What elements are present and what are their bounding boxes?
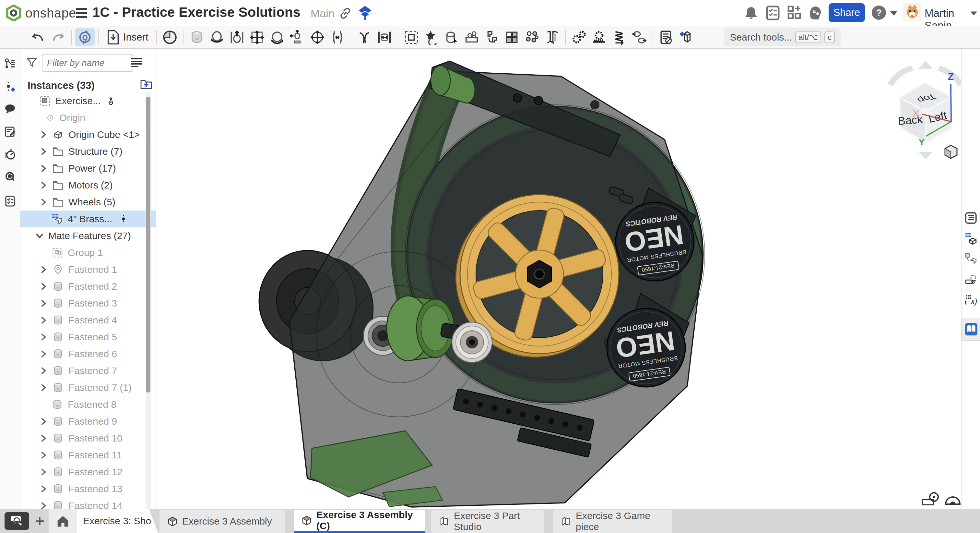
tasks-checklist-icon[interactable] xyxy=(766,5,780,21)
tree-item-fastened[interactable]: Fastened 2 xyxy=(21,278,164,295)
mate-tool-icon[interactable] xyxy=(160,28,180,46)
tree-item-fastened[interactable]: Fastened 8 xyxy=(21,396,177,413)
slider-mate-icon[interactable] xyxy=(227,28,247,46)
named-positions-icon[interactable] xyxy=(442,28,461,46)
undo-button[interactable] xyxy=(28,28,48,46)
timer-icon[interactable] xyxy=(4,148,16,160)
rack-pinion-icon[interactable] xyxy=(589,28,609,46)
view-cube[interactable]: Top Back Left Z X Y xyxy=(888,61,961,160)
tree-item-fastened[interactable]: Fastened 7 xyxy=(21,362,164,379)
onshape-logo-icon[interactable] xyxy=(5,5,22,21)
document-title[interactable]: 1C - Practice Exercise Solutions xyxy=(92,5,301,20)
chevron-right-icon[interactable] xyxy=(39,333,48,341)
chevron-right-icon[interactable] xyxy=(39,299,48,308)
tree-item-fastened[interactable]: Fastened 9 xyxy=(21,413,164,430)
tree-item-fastened[interactable]: Fastened 10 xyxy=(21,430,164,447)
panel-scrollbar-thumb[interactable] xyxy=(146,97,150,393)
user-caret-icon[interactable] xyxy=(970,10,978,16)
redo-button[interactable] xyxy=(48,28,68,46)
release-tasks-icon[interactable] xyxy=(4,195,16,207)
notes-icon[interactable] xyxy=(4,126,16,137)
chevron-right-icon[interactable] xyxy=(39,181,48,190)
tree-item-fastened[interactable]: Fastened 4 xyxy=(21,312,164,329)
tree-item-fastened[interactable]: Fastened 1 xyxy=(21,261,164,278)
chevron-right-icon[interactable] xyxy=(39,131,48,139)
configurations-tab[interactable] xyxy=(961,228,980,249)
chevron-right-icon[interactable] xyxy=(39,417,48,426)
chevron-right-icon[interactable] xyxy=(39,198,48,206)
workspace-name[interactable]: Main xyxy=(310,7,334,20)
3d-model[interactable]: REV-21-1650 BRUSHLESS MOTOR NEO REV ROBO… xyxy=(156,49,961,509)
hamburger-menu-icon[interactable] xyxy=(75,7,88,19)
derived-tab[interactable] xyxy=(961,249,980,269)
revolute-mate-icon[interactable] xyxy=(207,28,227,46)
learning-center-tab[interactable] xyxy=(961,318,980,341)
share-link-icon[interactable] xyxy=(339,7,352,19)
measure-tape-icon[interactable] xyxy=(922,493,938,505)
tree-item-fastened[interactable]: Fastened 11 xyxy=(21,447,164,464)
gear-relation-icon[interactable] xyxy=(569,28,589,46)
tab-exercise3-game-piece[interactable]: Exercise 3 Game piece xyxy=(553,510,672,533)
update-references-button[interactable]: Q xyxy=(75,28,95,46)
insert-button[interactable]: Insert xyxy=(102,28,153,46)
pin-slot-mate-icon[interactable] xyxy=(287,28,307,46)
document-nav-tab[interactable]: Exercise 3: Sho xyxy=(77,509,158,533)
cylindrical-mate-icon[interactable] xyxy=(307,28,328,46)
mate-connector-icon[interactable] xyxy=(422,28,442,46)
tree-item-motors-folder[interactable]: Motors (2) xyxy=(21,177,164,194)
tree-item-wheels-folder[interactable]: Wheels (5) xyxy=(21,194,164,211)
structure-outline-tab[interactable] xyxy=(961,207,980,228)
mate-features-header[interactable]: Mate Features (27) xyxy=(21,227,160,244)
tree-item-fastened[interactable]: Fastened 12 xyxy=(21,464,164,480)
mate-limits-icon[interactable] xyxy=(374,28,395,46)
show-hidden-icon[interactable] xyxy=(656,28,676,46)
tangent-mate-icon[interactable] xyxy=(328,28,347,46)
variables-tab[interactable]: x) xyxy=(961,289,980,310)
tree-item-fastened[interactable]: Fastened 13 xyxy=(21,480,164,497)
tree-item-fastened[interactable]: Fastened 7 (1) xyxy=(21,379,164,396)
share-button[interactable]: Share xyxy=(829,3,865,22)
tree-item-power-folder[interactable]: Power (17) xyxy=(21,160,164,177)
chevron-right-icon[interactable] xyxy=(39,316,48,324)
chevron-down-icon[interactable] xyxy=(35,231,44,240)
chevron-right-icon[interactable] xyxy=(39,147,48,156)
chevron-right-icon[interactable] xyxy=(39,451,48,460)
help-caret-icon[interactable] xyxy=(889,10,898,16)
tree-item-structure-folder[interactable]: Structure (7) xyxy=(21,143,164,160)
app-store-grid-icon[interactable] xyxy=(787,5,802,20)
search-tabs-button[interactable] xyxy=(5,512,29,530)
exploded-rows-icon[interactable] xyxy=(542,28,562,46)
planar-mate-icon[interactable] xyxy=(247,28,267,46)
versions-history-icon[interactable] xyxy=(4,58,16,69)
fastened-mate-icon[interactable] xyxy=(187,28,207,46)
brand-wordmark[interactable]: onshape xyxy=(25,6,76,21)
tree-item-root-assembly[interactable]: Exercise... xyxy=(21,93,164,109)
tab-exercise3-part-studio[interactable]: Exercise 3 Part Studio xyxy=(431,510,544,533)
chevron-right-icon[interactable] xyxy=(39,485,48,493)
protractor-icon[interactable] xyxy=(946,497,960,504)
ball-mate-icon[interactable] xyxy=(267,28,287,46)
exploded-view-icon[interactable] xyxy=(676,28,696,46)
parallel-relation-icon[interactable] xyxy=(354,28,374,46)
tree-item-fastened[interactable]: Fastened 6 xyxy=(21,345,164,362)
chevron-right-icon[interactable] xyxy=(39,468,48,476)
filter-input[interactable] xyxy=(42,54,133,72)
notifications-bell-icon[interactable] xyxy=(744,6,758,20)
insert-parts-icon[interactable] xyxy=(461,28,482,46)
tree-item-group1[interactable]: Group 1 xyxy=(21,244,177,261)
list-view-icon[interactable] xyxy=(130,57,142,68)
linear-pattern-icon[interactable] xyxy=(502,28,522,46)
help-icon[interactable]: ? xyxy=(871,5,887,21)
group-tool-icon[interactable] xyxy=(401,28,422,46)
named-positions-tab[interactable] xyxy=(961,269,980,290)
insert-new-icon[interactable] xyxy=(4,81,16,93)
tree-item-brass-selected[interactable]: 4" Brass... xyxy=(21,211,177,227)
tree-item-origin-cube[interactable]: Origin Cube <1> xyxy=(21,126,164,143)
replicate-icon[interactable] xyxy=(482,28,502,46)
chevron-right-icon[interactable] xyxy=(39,265,48,274)
feedback-icon[interactable] xyxy=(4,171,16,183)
chevron-right-icon[interactable] xyxy=(39,282,48,290)
view-options-button[interactable] xyxy=(945,145,961,158)
comments-icon[interactable] xyxy=(4,103,16,115)
home-tab-button[interactable] xyxy=(49,509,77,533)
